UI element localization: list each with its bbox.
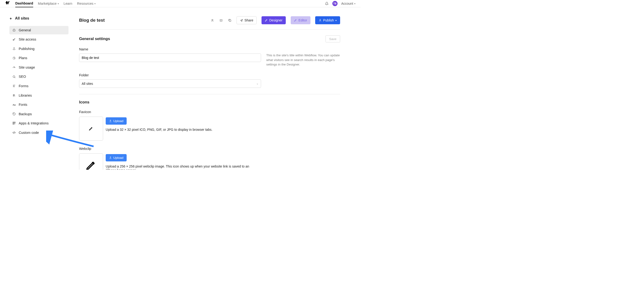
sidebar-item-label: Backups — [18, 112, 32, 116]
archive-icon[interactable] — [219, 18, 223, 22]
sidebar-item-fonts[interactable]: AaFonts — [10, 100, 68, 109]
favicon-description: Upload a 32 × 32 pixel ICO, PNG, GIF, or… — [106, 128, 212, 131]
nav-label: Learn — [64, 2, 72, 6]
sidebar-item-backups[interactable]: Backups — [10, 110, 68, 118]
sidebar-item-label: Custom code — [18, 131, 39, 135]
upload-label: Upload — [114, 156, 124, 160]
svg-point-2 — [13, 76, 15, 78]
favicon-label: Favicon — [79, 110, 340, 114]
nav-items: Dashboard Marketplace▾ Learn Resources▾ — [15, 0, 96, 7]
webflow-logo[interactable] — [5, 1, 10, 6]
sidebar-item-site-access[interactable]: Site access — [10, 35, 68, 44]
svg-rect-4 — [14, 122, 15, 123]
members-icon[interactable] — [210, 18, 214, 22]
key-icon — [12, 38, 16, 41]
chevron-down-icon: ▾ — [58, 2, 59, 5]
editor-button[interactable]: Editor — [291, 16, 310, 24]
favicon-block: Upload Upload a 32 × 32 pixel ICO, PNG, … — [79, 117, 340, 141]
share-icon — [240, 19, 243, 22]
home-icon — [12, 29, 16, 32]
nav-label: Dashboard — [15, 2, 33, 5]
name-input[interactable] — [79, 54, 261, 62]
top-nav: Dashboard Marketplace▾ Learn Resources▾ … — [0, 0, 360, 7]
nav-learn[interactable]: Learn — [64, 0, 72, 7]
sidebar-item-seo[interactable]: SEO — [10, 72, 68, 81]
avatar-initials: TB — [333, 2, 336, 5]
avatar[interactable]: TB — [332, 1, 338, 6]
nav-marketplace[interactable]: Marketplace▾ — [38, 0, 59, 7]
rocket-icon — [319, 19, 322, 22]
sidebar-item-label: Site access — [18, 38, 36, 41]
sidebar: All sites General Site access Publishing… — [0, 11, 74, 170]
nav-resources[interactable]: Resources▾ — [77, 0, 96, 7]
name-label: Name — [79, 47, 261, 51]
fonts-icon: Aa — [12, 103, 16, 107]
header-actions: Share Designer Editor Publish▾ — [210, 16, 340, 24]
sidebar-item-label: SEO — [18, 75, 26, 79]
arrow-left-icon — [10, 17, 12, 20]
publish-button[interactable]: Publish▾ — [315, 16, 340, 24]
sidebar-item-site-usage[interactable]: Site usage — [10, 63, 68, 72]
designer-button[interactable]: Designer — [262, 16, 286, 24]
general-section-title: General settings — [79, 37, 110, 41]
save-button[interactable]: Save — [326, 35, 340, 43]
libraries-icon — [12, 94, 16, 97]
folder-select[interactable]: All sites ⌄ — [79, 79, 261, 88]
designer-label: Designer — [269, 18, 282, 22]
back-all-sites[interactable]: All sites — [10, 16, 68, 21]
sidebar-item-libraries[interactable]: Libraries — [10, 91, 68, 99]
gauge-icon — [12, 66, 16, 69]
publish-icon — [12, 47, 16, 51]
upload-icon — [109, 119, 112, 122]
favicon-upload-button[interactable]: Upload — [106, 117, 127, 125]
svg-rect-5 — [13, 123, 14, 124]
sidebar-item-publishing[interactable]: Publishing — [10, 45, 68, 53]
folder-field: Folder All sites ⌄ — [79, 73, 261, 88]
share-button[interactable]: Share — [236, 16, 256, 24]
folder-label: Folder — [79, 73, 261, 77]
page-title: Blog de test — [79, 18, 105, 23]
bell-icon[interactable] — [325, 2, 328, 6]
webclip-upload-button[interactable]: Upload — [106, 154, 127, 161]
search-icon — [12, 75, 16, 79]
folder-value: All sites — [82, 82, 93, 86]
svg-point-6 — [212, 19, 213, 20]
divider — [79, 94, 340, 94]
save-label: Save — [329, 37, 336, 41]
name-field-row: Name This is the site's title within Web… — [79, 47, 340, 67]
edit-icon — [294, 19, 297, 22]
apps-icon — [12, 122, 16, 125]
sidebar-item-general[interactable]: General — [10, 26, 68, 34]
account-menu[interactable]: Account▾ — [341, 0, 356, 7]
sidebar-item-plans[interactable]: Plans — [10, 54, 68, 62]
publish-label: Publish — [323, 18, 334, 22]
pen-icon — [265, 19, 268, 22]
pen-icon — [85, 159, 97, 170]
layout: All sites General Site access Publishing… — [0, 7, 360, 170]
page-header: Blog de test Share Designer Editor Publi… — [79, 16, 340, 30]
pen-icon — [89, 126, 93, 131]
nav-right: TB Account▾ — [325, 0, 355, 7]
icons-section-title: Icons — [79, 100, 340, 105]
account-label: Account — [341, 2, 353, 6]
plans-icon — [12, 56, 16, 60]
chevron-down-icon: ▾ — [336, 19, 336, 22]
sidebar-item-label: Libraries — [18, 94, 32, 97]
svg-rect-3 — [13, 122, 14, 123]
sidebar-item-forms[interactable]: Forms — [10, 82, 68, 90]
favicon-preview — [79, 117, 103, 141]
name-description: This is the site's title within Webflow.… — [266, 47, 340, 67]
favicon-right: Upload Upload a 32 × 32 pixel ICO, PNG, … — [106, 117, 212, 131]
sidebar-item-custom-code[interactable]: Custom code — [10, 128, 68, 137]
webclip-description: Upload a 256 × 256 pixel webclip image. … — [106, 164, 251, 170]
nav-label: Marketplace — [38, 2, 56, 6]
nav-dashboard[interactable]: Dashboard — [15, 0, 33, 7]
webclip-block: Upload Upload a 256 × 256 pixel webclip … — [79, 153, 340, 170]
copy-icon[interactable] — [228, 18, 232, 22]
sidebar-item-label: Plans — [18, 56, 27, 60]
upload-label: Upload — [114, 119, 124, 123]
svg-rect-7 — [229, 20, 231, 22]
sidebar-item-apps[interactable]: Apps & Integrations — [10, 119, 68, 127]
sidebar-item-label: Site usage — [18, 66, 35, 69]
editor-label: Editor — [298, 18, 307, 22]
